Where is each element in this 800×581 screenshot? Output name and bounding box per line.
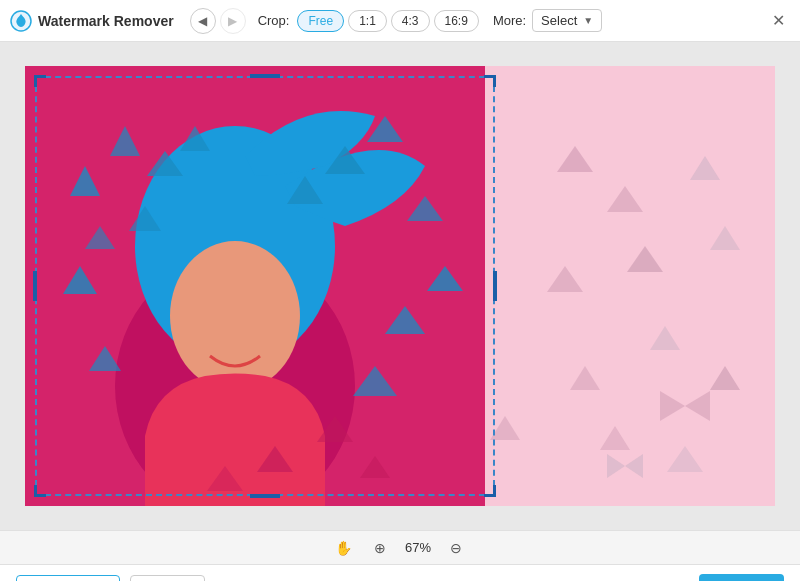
crop-16-9-label: 16:9 bbox=[445, 14, 468, 28]
crop-4-3-label: 4:3 bbox=[402, 14, 419, 28]
save-button[interactable]: Save bbox=[699, 574, 784, 581]
image-container bbox=[25, 66, 775, 506]
app-logo bbox=[10, 10, 32, 32]
crop-label: Crop: bbox=[258, 13, 290, 28]
close-icon: ✕ bbox=[772, 11, 785, 30]
back-arrow-icon: ◀ bbox=[198, 14, 207, 28]
zoom-out-icon: ⊖ bbox=[450, 540, 462, 556]
nav-back-button[interactable]: ◀ bbox=[190, 8, 216, 34]
crop-handle-middle-left[interactable] bbox=[33, 271, 37, 301]
crop-16-9-button[interactable]: 16:9 bbox=[434, 10, 479, 32]
nav-forward-button[interactable]: ▶ bbox=[220, 8, 246, 34]
status-bar: ✋ ⊕ 67% ⊖ bbox=[0, 530, 800, 564]
select-dropdown[interactable]: Select ▼ bbox=[532, 9, 602, 32]
zoom-out-button[interactable]: ⊖ bbox=[445, 537, 467, 559]
arrow-right-icon: → bbox=[659, 574, 687, 581]
crop-region[interactable] bbox=[35, 76, 495, 496]
zoom-in-button[interactable]: ⊕ bbox=[369, 537, 391, 559]
right-actions: → Save bbox=[659, 574, 784, 581]
crop-handle-top-middle[interactable] bbox=[250, 74, 280, 78]
more-label: More: bbox=[493, 13, 526, 28]
dropdown-arrow-icon: ▼ bbox=[583, 15, 593, 26]
title-bar: Watermark Remover ◀ ▶ Crop: Free 1:1 4:3… bbox=[0, 0, 800, 42]
canvas-area bbox=[0, 42, 800, 530]
zoom-level: 67% bbox=[405, 540, 431, 555]
bottom-bar: New Image Back → Save bbox=[0, 564, 800, 581]
back-button[interactable]: Back bbox=[130, 575, 205, 582]
crop-1-1-button[interactable]: 1:1 bbox=[348, 10, 387, 32]
select-label: Select bbox=[541, 13, 577, 28]
crop-1-1-label: 1:1 bbox=[359, 14, 376, 28]
crop-free-label: Free bbox=[308, 14, 333, 28]
crop-handle-bottom-left[interactable] bbox=[34, 485, 46, 497]
hand-tool-button[interactable]: ✋ bbox=[333, 537, 355, 559]
new-image-button[interactable]: New Image bbox=[16, 575, 120, 582]
crop-handle-top-right[interactable] bbox=[484, 75, 496, 87]
crop-handle-middle-right[interactable] bbox=[493, 271, 497, 301]
crop-handle-top-left[interactable] bbox=[34, 75, 46, 87]
forward-arrow-icon: ▶ bbox=[228, 14, 237, 28]
zoom-in-icon: ⊕ bbox=[374, 540, 386, 556]
close-button[interactable]: ✕ bbox=[768, 11, 788, 31]
hand-icon: ✋ bbox=[335, 540, 352, 556]
svg-rect-25 bbox=[485, 66, 775, 506]
crop-handle-bottom-right[interactable] bbox=[484, 485, 496, 497]
crop-handle-bottom-middle[interactable] bbox=[250, 494, 280, 498]
crop-4-3-button[interactable]: 4:3 bbox=[391, 10, 430, 32]
crop-free-button[interactable]: Free bbox=[297, 10, 344, 32]
app-title: Watermark Remover bbox=[38, 13, 174, 29]
